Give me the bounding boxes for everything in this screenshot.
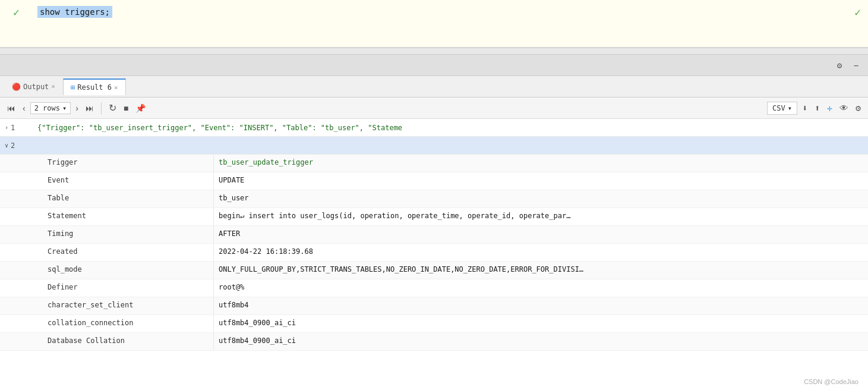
field-db-collation-value: utf8mb4_0900_ai_ci [214,333,868,350]
upload-icon[interactable]: ⬆ [812,102,822,115]
rows-selector-chevron: ▾ [62,104,67,112]
tab-output-label: Output [23,83,49,91]
eye-icon[interactable]: 👁 [837,102,851,115]
list-item: Statement begin↵ insert into user_logs(i… [0,208,868,226]
list-item: Trigger tb_user_update_trigger [0,155,868,172]
table-row: › 1 {"Trigger": "tb_user_insert_trigger"… [0,119,868,137]
tab-result6-close[interactable]: × [114,84,118,92]
row-2-number: 2 [11,141,15,150]
field-created-key: Created [0,244,214,261]
field-event-key: Event [0,172,214,190]
tab-output[interactable]: 🔴 Output × [5,79,63,95]
field-trigger-key: Trigger [0,155,214,172]
download-icon[interactable]: ⬇ [800,102,810,115]
query-text[interactable]: show triggers; [37,6,112,18]
list-item: Table tb_user [0,190,868,208]
tab-output-close[interactable]: × [51,83,55,90]
tab-result6-label: Result 6 [77,83,112,92]
row-1-value: {"Trigger": "tb_user_insert_trigger", "E… [33,120,868,136]
field-timing-key: Timing [0,226,214,243]
field-sqlmode-key: sql_mode [0,262,214,279]
field-charset-value: utf8mb4 [214,297,868,314]
divider-1 [101,102,102,114]
csv-label: CSV [772,104,785,112]
field-created-value: 2022-04-22 16:18:39.68 [214,244,868,261]
field-sqlmode-value: ONLY_FULL_GROUP_BY,STRICT_TRANS_TABLES,N… [214,262,868,279]
results-area: › 1 {"Trigger": "tb_user_insert_trigger"… [0,119,868,390]
query-gutter: ✓ [0,4,33,18]
field-collation-conn-value: utf8mb4_0900_ai_ci [214,315,868,332]
row-2-detail: Trigger tb_user_update_trigger Event UPD… [0,155,868,351]
query-content: show triggers; ✓ [33,4,868,20]
stop-button[interactable]: ■ [121,102,131,114]
list-item: collation_connection utf8mb4_0900_ai_ci [0,315,868,333]
list-item: Definer root@% [0,279,868,297]
csv-chevron: ▾ [788,104,792,112]
field-table-value: tb_user [214,190,868,207]
query-line-check-icon: ✓ [13,6,20,18]
settings-icon[interactable]: ⚙ [853,102,863,115]
row-1-expand-icon: › [5,124,8,131]
nav-last-button[interactable]: ⏭ [83,102,96,114]
field-statement-key: Statement [0,208,214,225]
rows-selector[interactable]: 2 rows ▾ [30,102,71,114]
list-item: sql_mode ONLY_FULL_GROUP_BY,STRICT_TRANS… [0,262,868,279]
output-tab-icon: 🔴 [12,83,21,91]
field-collation-conn-key: collation_connection [0,315,214,332]
field-timing-value: AFTER [214,226,868,243]
rows-count: 2 rows [34,104,60,112]
query-editor: ✓ show triggers; ✓ [0,0,868,48]
list-item: Timing AFTER [0,226,868,244]
cross-arrow-icon[interactable]: ✛ [825,102,835,115]
row-1-num[interactable]: › 1 [0,120,33,136]
field-definer-key: Definer [0,279,214,297]
nav-next-button[interactable]: › [73,102,81,114]
row-1-number: 1 [11,124,15,132]
field-table-key: Table [0,190,214,207]
tab-result6[interactable]: ⊞ Result 6 × [63,78,126,95]
field-event-value: UPDATE [214,172,868,190]
row-2-num[interactable]: ∨ 2 [0,138,33,153]
list-item: character_set_client utf8mb4 [0,297,868,315]
gear-icon[interactable]: ⚙ [832,58,847,73]
field-db-collation-key: Database Collation [0,333,214,350]
list-item: Database Collation utf8mb4_0900_ai_ci [0,333,868,351]
field-definer-value: root@% [214,279,868,297]
watermark: CSDN @CodeJiao [804,378,858,385]
list-item: Event UPDATE [0,172,868,190]
table-row: ∨ 2 [0,137,868,155]
results-content: › 1 {"Trigger": "tb_user_insert_trigger"… [0,119,868,390]
nav-prev-button[interactable]: ‹ [20,102,28,114]
row-2-value [33,142,868,149]
field-charset-key: character_set_client [0,297,214,314]
minus-icon[interactable]: − [849,58,863,73]
separator [0,48,868,55]
nav-first-button[interactable]: ⏮ [5,102,18,114]
query-success-icon: ✓ [854,6,861,18]
top-toolbar: ⚙ − [0,55,868,76]
row-2-expand-icon: ∨ [5,142,8,149]
results-toolbar: ⏮ ‹ 2 rows ▾ › ⏭ ↻ ■ 📌 CSV ▾ ⬇ ⬆ ✛ 👁 ⚙ [0,98,868,119]
field-statement-value: begin↵ insert into user_logs(id, operati… [214,208,868,225]
field-trigger-value: tb_user_update_trigger [214,155,868,172]
tabs-bar: 🔴 Output × ⊞ Result 6 × [0,76,868,98]
result6-tab-icon: ⊞ [71,83,75,92]
refresh-button[interactable]: ↻ [106,101,119,115]
csv-button[interactable]: CSV ▾ [767,102,797,115]
list-item: Created 2022-04-22 16:18:39.68 [0,244,868,262]
pin-button[interactable]: 📌 [133,102,148,114]
